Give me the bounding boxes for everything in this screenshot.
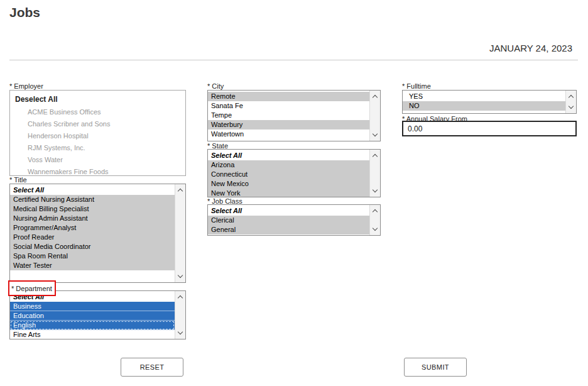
page-title: Jobs <box>9 5 40 20</box>
list-option[interactable]: Connecticut <box>208 170 369 179</box>
reset-button[interactable]: RESET <box>121 358 183 377</box>
list-option[interactable]: Nursing Admin Assistant <box>10 214 175 223</box>
chevron-down-icon <box>373 131 378 136</box>
employer-option[interactable]: ACME Business Offices <box>28 106 185 118</box>
scrollbar[interactable] <box>369 150 380 197</box>
scroll-up-button[interactable] <box>371 207 380 215</box>
list-option[interactable]: Social Media Coordinator <box>10 242 175 251</box>
employer-label: * Employer <box>9 82 43 90</box>
scrollbar[interactable] <box>369 205 380 235</box>
list-option[interactable]: NO <box>403 101 565 111</box>
scrollbar[interactable] <box>175 291 185 339</box>
department-label-highlight: * Department <box>8 280 56 296</box>
department-label: * Department <box>11 285 52 292</box>
title-label: * Title <box>9 176 27 184</box>
chevron-up-icon <box>373 95 378 100</box>
scroll-down-button[interactable] <box>567 103 576 111</box>
date-label: JANUARY 24, 2023 <box>489 43 572 53</box>
fulltime-listbox[interactable]: YES NO <box>402 90 577 114</box>
fulltime-label: * Fulltime <box>402 82 431 90</box>
employer-option[interactable]: Charles Scribner and Sons <box>28 118 185 130</box>
list-option[interactable]: Education <box>10 311 175 321</box>
list-option[interactable]: Sanata Fe <box>208 101 369 111</box>
list-option[interactable]: YES <box>403 92 565 101</box>
scroll-up-button[interactable] <box>371 152 380 160</box>
state-options: Select All Arizona Connecticut New Mexic… <box>208 150 369 197</box>
list-option[interactable]: Business <box>10 302 175 311</box>
chevron-up-icon <box>178 189 183 194</box>
job-class-listbox[interactable]: Select All Clerical General <box>207 204 381 236</box>
scroll-down-button[interactable] <box>371 131 380 139</box>
list-option[interactable]: Certified Nursing Assistant <box>10 195 175 204</box>
title-options: Select All Certified Nursing Assistant M… <box>10 184 175 282</box>
chevron-up-icon <box>569 95 574 100</box>
list-option[interactable]: Waterbury <box>208 120 369 130</box>
scroll-down-button[interactable] <box>176 272 185 280</box>
list-option[interactable]: English <box>10 321 175 330</box>
scroll-down-button[interactable] <box>371 225 380 233</box>
select-all-option[interactable]: Select All <box>208 151 369 160</box>
employer-option[interactable]: RJM Systems, Inc. <box>28 142 185 154</box>
city-label: * City <box>207 82 224 90</box>
list-option[interactable]: New Mexico <box>208 179 369 189</box>
scroll-down-button[interactable] <box>176 329 185 337</box>
list-option[interactable]: Clerical <box>208 216 369 225</box>
list-option[interactable]: General <box>208 225 369 234</box>
list-option[interactable]: Water Tester <box>10 261 175 270</box>
list-option[interactable]: Spa Room Rental <box>10 251 175 261</box>
employer-option[interactable]: Henderson Hospital <box>28 130 185 142</box>
list-option[interactable]: Watertown <box>208 130 369 139</box>
list-option[interactable]: Remote <box>208 92 369 101</box>
jobs-page: Jobs JANUARY 24, 2023 * Employer Deselec… <box>0 0 588 386</box>
select-all-option[interactable]: Select All <box>10 185 175 195</box>
select-all-option[interactable]: Select All <box>208 206 369 216</box>
list-option[interactable]: Fine Arts <box>10 330 175 339</box>
annual-salary-input[interactable] <box>402 121 577 136</box>
chevron-up-icon <box>178 295 183 301</box>
title-listbox[interactable]: Select All Certified Nursing Assistant M… <box>9 184 186 283</box>
employer-option[interactable]: Wannemakers Fine Foods <box>28 166 185 178</box>
scrollbar[interactable] <box>369 91 380 141</box>
list-option[interactable]: Medical Billing Specialist <box>10 204 175 214</box>
header-divider <box>9 60 578 60</box>
state-listbox[interactable]: Select All Arizona Connecticut New Mexic… <box>207 149 381 197</box>
list-option[interactable]: Arizona <box>208 160 369 170</box>
list-option[interactable]: Proof Reader <box>10 233 175 242</box>
department-options: Select All Business Education English Fi… <box>10 291 175 339</box>
list-option[interactable]: Programmer/Analyst <box>10 223 175 233</box>
department-listbox[interactable]: Select All Business Education English Fi… <box>9 290 186 339</box>
chevron-down-icon <box>373 226 378 231</box>
scroll-up-button[interactable] <box>176 186 185 194</box>
chevron-down-icon <box>569 104 574 109</box>
chevron-up-icon <box>373 209 378 214</box>
scroll-up-button[interactable] <box>567 92 576 101</box>
list-option[interactable]: Tempe <box>208 111 369 120</box>
scrollbar[interactable] <box>175 184 185 282</box>
chevron-up-icon <box>373 154 378 159</box>
chevron-down-icon <box>373 187 378 192</box>
scrollbar[interactable] <box>565 91 576 113</box>
chevron-down-icon <box>178 329 183 334</box>
employer-option[interactable]: Voss Water <box>28 154 185 166</box>
chevron-down-icon <box>178 273 183 278</box>
list-option[interactable]: New York <box>208 189 369 197</box>
submit-button[interactable]: SUBMIT <box>404 358 467 377</box>
fulltime-options: YES NO <box>403 91 565 113</box>
job-class-options: Select All Clerical General <box>208 205 369 235</box>
city-options: Remote Sanata Fe Tempe Waterbury Waterto… <box>208 91 369 141</box>
scroll-up-button[interactable] <box>176 293 185 301</box>
deselect-all-link[interactable]: Deselect All <box>15 95 185 104</box>
city-listbox[interactable]: Remote Sanata Fe Tempe Waterbury Waterto… <box>207 90 381 141</box>
scroll-up-button[interactable] <box>371 92 380 101</box>
scroll-down-button[interactable] <box>371 187 380 195</box>
employer-box: Deselect All ACME Business Offices Charl… <box>9 90 186 176</box>
